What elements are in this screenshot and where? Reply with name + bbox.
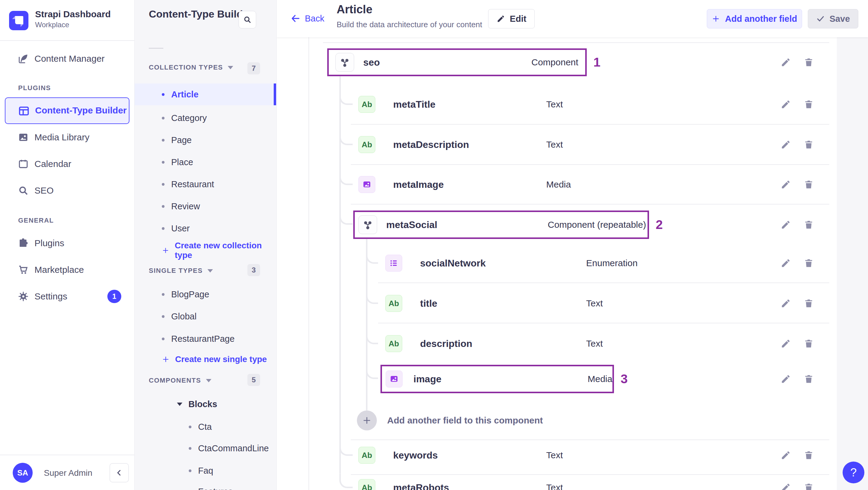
content-type-builder-icon [18, 105, 30, 118]
arrow-left-icon [290, 13, 301, 24]
sidebar-item-blogpage[interactable]: BlogPage [162, 288, 209, 300]
components-header[interactable]: COMPONENTS [149, 376, 211, 385]
field-name: metaImage [393, 179, 444, 190]
delete-field-button[interactable] [802, 372, 815, 386]
sidebar-item-seo[interactable]: SEO [0, 183, 134, 198]
create-single-type-link[interactable]: Create new single type [162, 353, 267, 365]
edit-field-button[interactable] [779, 98, 793, 111]
delete-field-button[interactable] [802, 98, 815, 111]
delete-field-button[interactable] [802, 481, 815, 490]
text-field-icon: Ab [359, 447, 375, 464]
sidebar-item-page[interactable]: Page [162, 134, 192, 146]
add-another-field-button[interactable]: Add another field [707, 9, 802, 28]
page-subtitle: Build the data architecture of your cont… [337, 20, 482, 29]
bullet-icon [162, 161, 164, 164]
sidebar-item-restaurantpage[interactable]: RestaurantPage [162, 333, 235, 345]
edit-button[interactable]: Edit [488, 9, 535, 28]
sidebar-item-cta[interactable]: Cta [189, 421, 212, 433]
field-type: Component (repeatable) [548, 220, 646, 230]
collapse-sidebar-button[interactable] [110, 463, 129, 483]
help-button[interactable]: ? [843, 462, 864, 483]
delete-field-button[interactable] [802, 449, 815, 462]
sidebar-item-media-library[interactable]: Media Library [0, 130, 134, 145]
sidebar-item-article[interactable]: Article [162, 88, 198, 100]
delete-field-button[interactable] [802, 297, 815, 310]
bullet-icon [162, 227, 164, 230]
sidebar-item-global[interactable]: Global [162, 310, 196, 323]
sidebar-item-user[interactable]: User [162, 222, 190, 235]
media-field-icon [359, 176, 375, 193]
text-field-icon: Ab [359, 96, 375, 113]
delete-field-button[interactable] [802, 218, 815, 232]
sidebar-item-place[interactable]: Place [162, 156, 193, 168]
delete-field-button[interactable] [802, 178, 815, 191]
component-field-icon [359, 215, 377, 234]
sidebar-item-content-manager[interactable]: Content Manager [0, 52, 134, 66]
bullet-icon [162, 183, 164, 186]
field-type: Media [546, 179, 571, 190]
row-divider [351, 124, 829, 125]
chevron-left-icon [115, 468, 123, 477]
field-type: Text [586, 338, 603, 349]
field-type: Component [531, 57, 578, 67]
delete-field-button[interactable] [802, 138, 815, 151]
search-button[interactable] [239, 11, 256, 28]
add-field-to-component-button[interactable] [357, 410, 377, 430]
bullet-icon [189, 469, 191, 472]
collection-types-count: 7 [247, 62, 260, 74]
chevron-down-icon [177, 403, 182, 406]
edit-field-button[interactable] [779, 56, 793, 69]
annotation-box-1: seo Component [327, 49, 587, 76]
sidebar-item-content-type-builder[interactable]: Content-Type Builder [5, 97, 129, 124]
sidebar-item-restaurant[interactable]: Restaurant [162, 178, 214, 190]
sidebar-item-plugins[interactable]: Plugins [0, 236, 134, 250]
collection-types-header[interactable]: COLLECTION TYPES [149, 63, 233, 72]
delete-field-button[interactable] [802, 337, 815, 350]
field-name: socialNetwork [420, 258, 486, 269]
save-button[interactable]: Save [808, 9, 858, 28]
sidebar-item-category[interactable]: Category [162, 112, 207, 124]
back-button[interactable]: Back [290, 13, 324, 24]
chevron-down-icon [228, 66, 233, 69]
settings-notification-badge: 1 [107, 290, 121, 303]
divider [0, 455, 134, 455]
edit-field-button[interactable] [779, 481, 793, 490]
sidebar-item-ctacommandline[interactable]: CtaCommandLine [189, 442, 269, 454]
edit-field-button[interactable] [779, 297, 793, 310]
field-type: Text [546, 140, 563, 150]
sidebar-item-faq[interactable]: Faq [189, 465, 213, 477]
single-types-header[interactable]: SINGLE TYPES [149, 266, 213, 275]
sidebar-item-calendar[interactable]: Calendar [0, 157, 134, 171]
edit-field-button[interactable] [779, 138, 793, 151]
single-types-count: 3 [247, 264, 260, 276]
bullet-icon [162, 338, 164, 340]
delete-field-button[interactable] [802, 56, 815, 69]
field-type: Text [546, 483, 563, 490]
field-name: metaSocial [386, 219, 437, 231]
user-avatar[interactable]: SA [13, 463, 33, 483]
field-name: seo [363, 57, 380, 68]
text-field-icon: Ab [359, 136, 375, 153]
component-group-blocks[interactable]: Blocks [177, 398, 217, 410]
annotation-number-2: 2 [656, 217, 663, 232]
edit-field-button[interactable] [779, 449, 793, 462]
sidebar-item-marketplace[interactable]: Marketplace [0, 263, 134, 277]
divider [149, 48, 163, 49]
field-type: Text [546, 99, 563, 110]
component-field-icon [335, 53, 354, 72]
bullet-icon [162, 93, 164, 96]
row-divider [378, 323, 829, 323]
edit-field-button[interactable] [779, 337, 793, 350]
delete-field-button[interactable] [802, 256, 815, 270]
edit-field-button[interactable] [779, 256, 793, 270]
sidebar-item-review[interactable]: Review [162, 200, 200, 212]
edit-field-button[interactable] [779, 218, 793, 232]
calendar-icon [18, 158, 29, 170]
edit-field-button[interactable] [779, 178, 793, 191]
field-name: metaRobots [393, 482, 449, 490]
create-collection-type-link[interactable]: Create new collection type [162, 244, 276, 256]
edit-field-button[interactable] [779, 372, 793, 386]
components-count: 5 [247, 374, 260, 386]
bullet-icon [162, 293, 164, 296]
sidebar-item-features[interactable]: Features [189, 486, 232, 490]
